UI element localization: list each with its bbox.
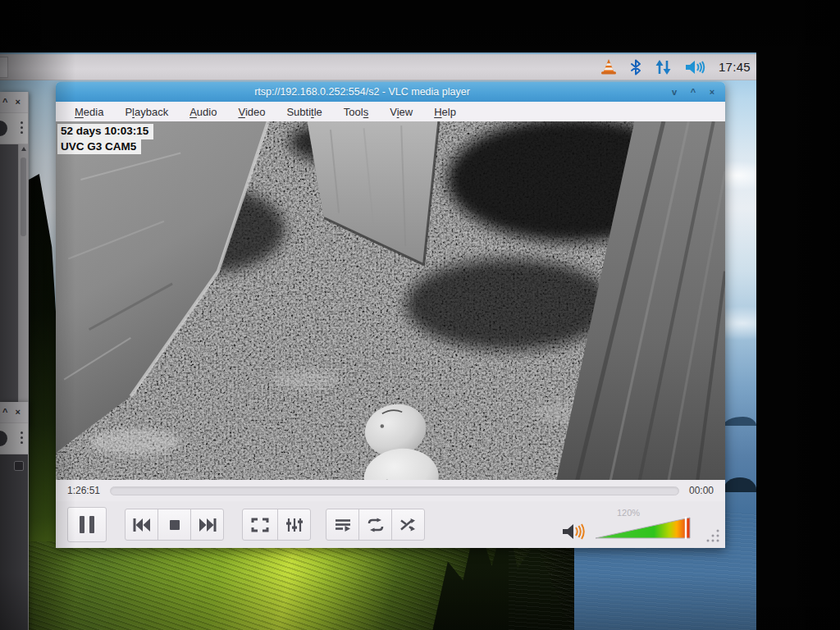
window-title: rtsp://192.168.0.252:554/s2 - VLC media … — [56, 86, 669, 98]
previous-button[interactable] — [125, 509, 158, 541]
system-tray: 17:45 — [600, 54, 756, 80]
overflow-menu-icon[interactable] — [21, 121, 23, 136]
menu-help[interactable]: Help — [423, 106, 467, 118]
vlc-menubar: Media Playback Audio Video Subtitle Tool… — [56, 102, 725, 121]
background-window-content[interactable] — [0, 454, 28, 630]
volume-triangle-icon — [594, 515, 692, 540]
maximize-button[interactable]: ^ — [687, 88, 699, 97]
menu-tools[interactable]: Tools — [333, 106, 379, 118]
content-badge-icon — [14, 461, 24, 471]
pause-button[interactable] — [67, 507, 107, 542]
random-button[interactable] — [391, 509, 425, 541]
maximize-button[interactable]: ^ — [2, 98, 7, 107]
shuffle-icon — [399, 518, 418, 532]
background-window-bottom[interactable]: ^ × — [0, 402, 29, 630]
app-icon — [0, 121, 7, 136]
app-icon — [0, 431, 7, 446]
next-icon — [198, 518, 217, 532]
background-window-titlebar: ^ × — [0, 402, 28, 423]
camera-osd: 52 days 10:03:15 UVC G3 CAM5 — [57, 124, 153, 154]
extended-settings-button[interactable] — [277, 509, 311, 541]
loop-icon — [367, 518, 385, 532]
menu-subtitle[interactable]: Subtitle — [276, 106, 332, 118]
playlist-icon — [334, 518, 352, 532]
overflow-menu-icon[interactable] — [21, 431, 23, 446]
taskbar-clock[interactable]: 17:45 — [719, 60, 751, 74]
nest-camera-scene — [56, 121, 725, 480]
taskbar-item-fragment[interactable] — [0, 57, 8, 78]
bluetooth-icon[interactable] — [629, 59, 642, 75]
pause-icon — [80, 516, 94, 533]
taskbar: 17:45 — [0, 54, 756, 80]
osd-camera-name: UVC G3 CAM5 — [57, 139, 141, 155]
resize-grip[interactable] — [705, 528, 720, 543]
volume-icon[interactable] — [685, 59, 706, 75]
playlist-button[interactable] — [326, 509, 359, 541]
volume-cluster: 120% — [561, 507, 692, 541]
scrollbar[interactable] — [18, 144, 28, 416]
menu-playback[interactable]: Playback — [114, 106, 179, 118]
background-window-toolbar — [0, 423, 28, 454]
osd-timestamp: 52 days 10:03:15 — [57, 124, 153, 139]
next-button[interactable] — [190, 509, 224, 541]
video-display[interactable]: 52 days 10:03:15 UVC G3 CAM5 — [56, 121, 725, 480]
maximize-button[interactable]: ^ — [2, 408, 7, 417]
menu-view[interactable]: View — [379, 106, 423, 118]
stop-icon — [167, 518, 182, 532]
elapsed-time: 1:26:51 — [67, 485, 100, 496]
fullscreen-icon — [251, 518, 269, 532]
remaining-time: 00:00 — [689, 485, 714, 496]
background-window-content[interactable] — [0, 144, 28, 416]
menu-video[interactable]: Video — [227, 106, 276, 118]
volume-speaker-icon[interactable] — [561, 522, 586, 541]
vlc-cone-icon[interactable] — [600, 58, 617, 75]
scrollbar-thumb[interactable] — [21, 158, 26, 236]
loop-button[interactable] — [358, 509, 392, 541]
close-button[interactable]: × — [706, 88, 718, 97]
menu-media[interactable]: Media — [64, 106, 114, 118]
close-button[interactable]: × — [15, 98, 20, 107]
network-updown-icon[interactable] — [655, 59, 673, 75]
volume-slider[interactable]: 120% — [594, 507, 692, 541]
stop-button[interactable] — [158, 509, 191, 541]
vlc-window: rtsp://192.168.0.252:554/s2 - VLC media … — [56, 82, 725, 548]
close-button[interactable]: × — [15, 408, 20, 417]
previous-icon — [132, 518, 152, 532]
equalizer-icon — [285, 517, 304, 533]
photo-frame: ^ × ^ × — [0, 0, 840, 630]
fullscreen-button[interactable] — [242, 509, 278, 541]
background-window-top[interactable]: ^ × — [0, 92, 29, 427]
controls-row: 120% — [56, 501, 725, 548]
seek-row: 1:26:51 00:00 — [56, 480, 725, 501]
desktop-screen: ^ × ^ × — [0, 52, 756, 630]
background-window-toolbar — [0, 113, 28, 144]
menu-audio[interactable]: Audio — [179, 106, 227, 118]
scroll-up-icon[interactable] — [21, 147, 26, 151]
vlc-titlebar[interactable]: rtsp://192.168.0.252:554/s2 - VLC media … — [56, 82, 725, 102]
minimize-button[interactable]: v — [669, 88, 680, 97]
seek-slider[interactable] — [110, 486, 679, 495]
background-window-titlebar: ^ × — [0, 92, 28, 113]
